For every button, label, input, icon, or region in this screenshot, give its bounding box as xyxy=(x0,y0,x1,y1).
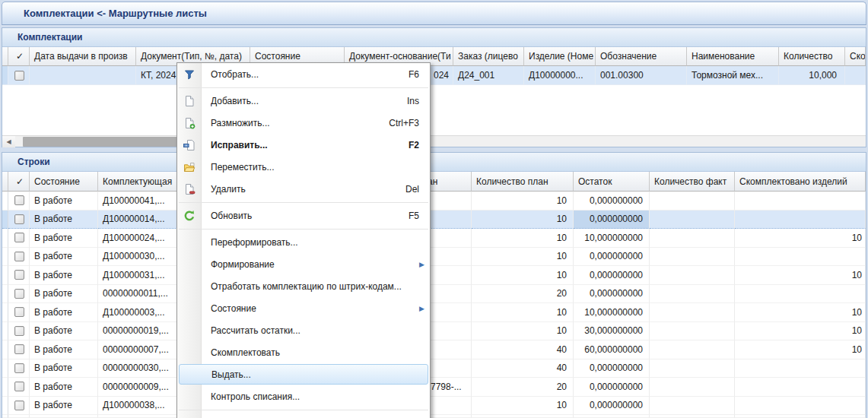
table-row[interactable]: В работе 00000000009,... 7798-... 20 0,0… xyxy=(2,378,866,397)
row-checkbox[interactable] xyxy=(14,214,24,224)
cell-rest-selected: 0,000000000 xyxy=(574,211,650,230)
cell-component: Д100000031,... xyxy=(98,266,182,285)
cell-rest: 10,000000000 xyxy=(574,303,650,322)
table-row[interactable]: КТ, 2024 024 Д24_001 Д10000000... 001.00… xyxy=(2,66,866,85)
table-row[interactable]: В работе 00000000007,... 40 60,000000000… xyxy=(2,340,866,359)
select-all-column-header[interactable]: ✓ xyxy=(8,47,30,66)
app-window: Комплектации <- Маршрутные листы Комплек… xyxy=(0,0,868,418)
table-row[interactable]: В работе Д100000038,... 10 0,000000000 xyxy=(2,397,866,416)
col-header-component[interactable]: Комплектующая xyxy=(98,172,182,192)
cell-component: 00000000011,... xyxy=(98,285,182,304)
cell-qty-plan: 20 xyxy=(472,378,574,397)
table-row[interactable]: В работе Д100000031,... 10 0,000000000 1… xyxy=(2,266,866,285)
menu-item-duplicate[interactable]: Размножить... Ctrl+F3 xyxy=(177,112,430,134)
cell-state: В работе xyxy=(30,285,98,304)
row-checkbox[interactable] xyxy=(14,363,24,373)
breadcrumb: Комплектации <- Маршрутные листы xyxy=(2,2,866,25)
cell-qty-plan: 40 xyxy=(472,340,574,359)
cell-qty-plan: 40 xyxy=(472,359,574,378)
col-header-assembled-products[interactable]: Скомплектовано изделий xyxy=(735,172,866,192)
filter-icon xyxy=(183,68,196,81)
section-header-stroki: Строки xyxy=(2,153,866,172)
row-indicator-header xyxy=(2,172,8,192)
cell-rest: 0,000000000 xyxy=(574,359,650,378)
menu-item-move[interactable]: Переместить... xyxy=(177,156,430,178)
menu-item-calc-rests[interactable]: Рассчитать остатки... xyxy=(177,319,430,341)
row-indicator xyxy=(2,303,8,322)
row-indicator xyxy=(2,229,8,248)
col-header-quantity[interactable]: Количество xyxy=(779,47,845,66)
col-header-name[interactable]: Наименование xyxy=(687,47,779,66)
bottom-table-header: ✓ Состояние Комплектующая ан Количество … xyxy=(2,172,866,192)
row-checkbox[interactable] xyxy=(14,233,24,242)
menu-item-filter[interactable]: Отобрать... F6 xyxy=(177,63,430,85)
menu-item-reform[interactable]: Переформировать... xyxy=(177,231,430,253)
menu-item-add[interactable]: Добавить... Ins xyxy=(177,90,430,112)
table-row-selected[interactable]: В работе Д100000014,... 10 0,000000000 xyxy=(2,211,866,230)
col-header-date-issued[interactable]: Дата выдачи в произв xyxy=(30,47,136,66)
scroll-left-button[interactable]: ◀ xyxy=(2,136,15,147)
col-header-rest[interactable]: Остаток xyxy=(574,172,650,192)
row-checkbox[interactable] xyxy=(14,344,24,354)
cell-date-issued xyxy=(30,66,136,85)
col-header-designation[interactable]: Обозначение xyxy=(596,47,687,66)
cell-assembled xyxy=(735,359,866,378)
cell-state: В работе xyxy=(30,303,98,322)
table-row[interactable]: В работе Д100000024,... 10 10,000000000 … xyxy=(2,229,866,248)
cell-component: Д100000003,... xyxy=(98,303,182,322)
cell-state: В работе xyxy=(30,378,98,397)
row-checkbox[interactable] xyxy=(14,270,24,280)
col-header-assembled[interactable]: Ском xyxy=(845,47,866,66)
row-checkbox[interactable] xyxy=(14,195,24,205)
duplicate-page-icon xyxy=(183,116,196,130)
menu-item-state[interactable]: Состояние ▶ xyxy=(177,297,430,319)
table-row[interactable]: В работе Д100000030,... 10 0,000000000 xyxy=(2,248,866,267)
table-row[interactable]: В работе Д100000041,... 10 0,000000000 xyxy=(2,192,866,211)
row-checkbox[interactable] xyxy=(14,326,24,336)
table-row[interactable]: В работе 00000000019,... 10 30,000000000… xyxy=(2,322,866,341)
cell-rest: 60,000000000 xyxy=(574,340,650,359)
row-checkbox[interactable] xyxy=(14,382,24,391)
menu-item-writeoff-control[interactable]: Контроль списания... xyxy=(177,385,430,407)
cell-assembled: 10 xyxy=(735,303,866,322)
menu-item-refresh[interactable]: Обновить F5 xyxy=(177,204,430,226)
edit-icon xyxy=(183,138,196,152)
row-checkbox[interactable] xyxy=(14,289,24,299)
select-all-column-header[interactable]: ✓ xyxy=(8,172,30,192)
menu-item-assemble[interactable]: Скомплектовать xyxy=(177,341,430,363)
col-header-qty-plan[interactable]: Количество план xyxy=(472,172,574,192)
cell-quantity: 10,000 xyxy=(779,66,845,85)
refresh-icon xyxy=(183,209,196,223)
cell-rest: 0,000000000 xyxy=(574,192,650,211)
menu-item-barcode-processing[interactable]: Отработать комплектацию по штрих-кодам..… xyxy=(177,275,430,297)
cell-component: Д100000038,... xyxy=(98,397,182,416)
cell-qty-plan: 10 xyxy=(472,397,574,416)
scroll-left-icon: ◀ xyxy=(6,138,11,145)
row-checkbox[interactable] xyxy=(14,401,24,410)
cell-qty-fact xyxy=(650,378,735,397)
table-row[interactable]: В работе 00000000030,... 40 0,000000000 xyxy=(2,359,866,378)
col-header-state[interactable]: Состояние xyxy=(30,172,98,192)
row-indicator xyxy=(2,285,8,304)
panel-stroki: Строки ✓ Состояние Комплектующая ан Коли… xyxy=(2,152,866,418)
cell-qty-fact xyxy=(650,303,735,322)
table-row[interactable]: В работе 00000000011,... 20 0,000000000 xyxy=(2,285,866,304)
row-checkbox[interactable] xyxy=(14,252,24,261)
col-header-product[interactable]: Изделие (Номе xyxy=(524,47,596,66)
row-checkbox[interactable] xyxy=(14,307,24,317)
cell-state: В работе xyxy=(30,229,98,248)
cell-rest: 0,000000000 xyxy=(574,266,650,285)
row-indicator xyxy=(2,266,8,285)
col-header-order[interactable]: Заказ (лицево xyxy=(453,47,524,66)
horizontal-scrollbar[interactable]: ◀ xyxy=(2,135,866,147)
menu-item-formation[interactable]: Формирование ▶ xyxy=(177,253,430,275)
cell-qty-fact xyxy=(650,229,735,248)
cell-assembled xyxy=(735,248,866,267)
menu-item-delete[interactable]: Удалить Del xyxy=(177,178,430,200)
cell-rest: 0,000000000 xyxy=(574,285,650,304)
table-row[interactable]: В работе Д100000003,... 10 10,000000000 … xyxy=(2,303,866,322)
col-header-qty-fact[interactable]: Количество факт xyxy=(650,172,735,192)
menu-item-issue[interactable]: Выдать... xyxy=(179,364,428,385)
row-checkbox[interactable] xyxy=(14,71,24,81)
menu-item-edit[interactable]: Исправить... F2 xyxy=(177,134,430,156)
